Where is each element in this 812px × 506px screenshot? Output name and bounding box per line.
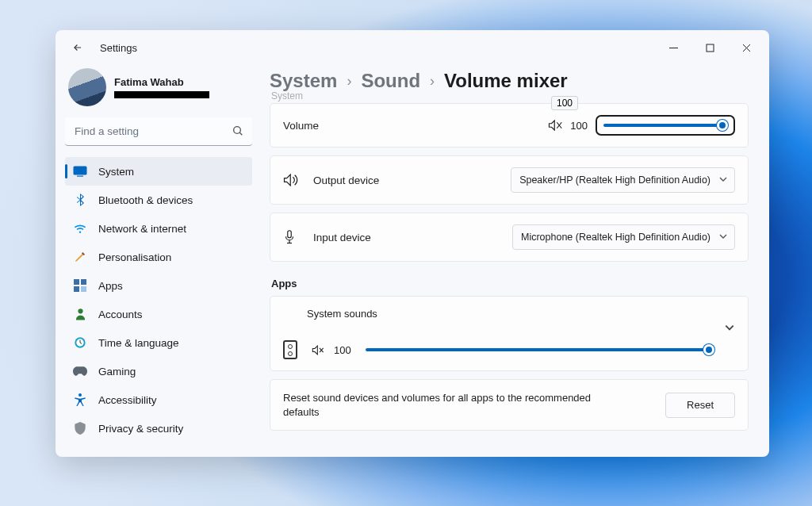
- input-device-select[interactable]: Microphone (Realtek High Definition Audi…: [512, 224, 735, 250]
- back-button[interactable]: [70, 42, 86, 53]
- sidebar-item-time[interactable]: Time & language: [65, 328, 252, 357]
- desktop-wallpaper: Settings Fatima Wahab: [0, 0, 812, 506]
- privacy-icon: [73, 421, 87, 435]
- volume-value: 100: [570, 120, 588, 132]
- sidebar-item-label: Accounts: [98, 309, 143, 320]
- volume-label: Volume: [283, 120, 319, 132]
- network-icon: [73, 221, 87, 236]
- reset-button[interactable]: Reset: [665, 393, 735, 418]
- profile-block[interactable]: Fatima Wahab: [68, 68, 252, 106]
- sidebar-item-gaming[interactable]: Gaming: [65, 357, 252, 385]
- svg-point-4: [79, 231, 81, 232]
- svg-rect-5: [74, 279, 79, 285]
- system-sounds-app-icon: [283, 340, 297, 359]
- maximize-icon: [706, 44, 714, 52]
- svg-rect-0: [707, 44, 714, 52]
- svg-rect-3: [77, 176, 83, 177]
- sidebar-item-system[interactable]: System: [65, 157, 252, 186]
- output-device-select[interactable]: Speaker/HP (Realtek High Definition Audi…: [511, 167, 735, 193]
- window-controls: [655, 33, 764, 63]
- close-button[interactable]: [728, 33, 764, 63]
- expand-chevron-icon[interactable]: [724, 322, 735, 333]
- svg-rect-7: [74, 286, 79, 292]
- input-device-label: Input device: [313, 232, 371, 243]
- sidebar-item-apps[interactable]: Apps: [65, 271, 252, 300]
- content-pane: System › Sound › Volume mixer System Vol…: [262, 65, 769, 457]
- microphone-icon: [283, 230, 301, 244]
- sidebar-item-privacy[interactable]: Privacy & security: [65, 414, 252, 443]
- reset-card: Reset sound devices and volumes for all …: [270, 379, 749, 431]
- system-icon: [73, 164, 87, 178]
- svg-rect-2: [74, 167, 87, 175]
- section-label-system: System: [271, 90, 749, 102]
- svg-point-1: [234, 127, 241, 134]
- svg-point-9: [78, 309, 82, 313]
- sidebar-item-label: Apps: [98, 280, 123, 292]
- sidebar-item-label: System: [98, 166, 134, 178]
- reset-button-label: Reset: [687, 399, 714, 411]
- user-email-redacted: [114, 91, 209, 98]
- volume-tooltip: 100: [551, 96, 578, 110]
- app-mute-icon[interactable]: [312, 345, 324, 355]
- mute-icon[interactable]: [548, 120, 562, 131]
- sidebar-item-bluetooth[interactable]: Bluetooth & devices: [65, 186, 252, 214]
- sidebar-item-accounts[interactable]: Accounts: [65, 300, 252, 328]
- output-device-card: Output device Speaker/HP (Realtek High D…: [270, 155, 749, 205]
- sidebar-item-accessibility[interactable]: Accessibility: [65, 385, 252, 414]
- sidebar-item-label: Gaming: [98, 366, 136, 378]
- svg-rect-6: [81, 279, 86, 285]
- chevron-right-icon: ›: [430, 73, 435, 90]
- personalisation-icon: [73, 250, 87, 264]
- chevron-down-icon: [718, 174, 728, 184]
- minimize-button[interactable]: [655, 33, 691, 63]
- chevron-down-icon: [718, 232, 728, 241]
- reset-description: Reset sound devices and volumes for all …: [283, 391, 624, 419]
- titlebar: Settings: [56, 30, 769, 65]
- output-device-label: Output device: [313, 174, 379, 186]
- gaming-icon: [73, 364, 87, 378]
- sidebar-item-label: Time & language: [98, 337, 179, 349]
- close-icon: [742, 44, 751, 52]
- system-sounds-label: System sounds: [307, 308, 713, 320]
- sidebar-item-label: Accessibility: [98, 394, 157, 406]
- avatar: [68, 68, 106, 106]
- sidebar-item-label: Network & internet: [98, 223, 186, 235]
- system-sounds-card[interactable]: System sounds 100: [270, 296, 749, 371]
- arrow-left-icon: [72, 42, 83, 53]
- sidebar-nav: System Bluetooth & devices Network & int…: [65, 157, 252, 443]
- bluetooth-icon: [73, 193, 87, 207]
- sidebar-item-label: Bluetooth & devices: [98, 194, 193, 206]
- input-device-card: Input device Microphone (Realtek High De…: [270, 213, 749, 262]
- search-icon: [232, 125, 244, 137]
- svg-rect-13: [288, 231, 292, 238]
- maximize-button[interactable]: [691, 33, 728, 63]
- app-volume-value: 100: [334, 344, 351, 356]
- sidebar-item-label: Personalisation: [98, 251, 171, 263]
- volume-card: Volume 100 100: [270, 103, 749, 148]
- user-name: Fatima Wahab: [114, 76, 209, 88]
- svg-point-12: [79, 393, 82, 397]
- section-head-apps: Apps: [271, 278, 749, 289]
- sidebar: Fatima Wahab System: [56, 65, 262, 457]
- breadcrumb-mid[interactable]: Sound: [361, 70, 420, 92]
- minimize-icon: [669, 44, 678, 52]
- breadcrumb-current: Volume mixer: [444, 70, 568, 92]
- input-device-value: Microphone (Realtek High Definition Audi…: [521, 232, 710, 243]
- accounts-icon: [73, 307, 87, 321]
- app-title: Settings: [100, 42, 137, 54]
- volume-slider[interactable]: [596, 115, 735, 136]
- apps-icon: [73, 278, 87, 293]
- breadcrumb: System › Sound › Volume mixer: [270, 70, 749, 92]
- breadcrumb-root[interactable]: System: [270, 70, 337, 92]
- chevron-right-icon: ›: [347, 73, 351, 90]
- search-input[interactable]: [65, 117, 252, 146]
- speaker-icon: [283, 174, 301, 186]
- sidebar-item-network[interactable]: Network & internet: [65, 214, 252, 243]
- time-icon: [73, 335, 87, 350]
- svg-rect-8: [81, 286, 86, 292]
- sidebar-item-personalisation[interactable]: Personalisation: [65, 243, 252, 271]
- accessibility-icon: [73, 393, 87, 407]
- app-volume-slider[interactable]: [366, 348, 713, 351]
- sidebar-item-label: Privacy & security: [98, 423, 183, 435]
- settings-window: Settings Fatima Wahab: [56, 30, 769, 457]
